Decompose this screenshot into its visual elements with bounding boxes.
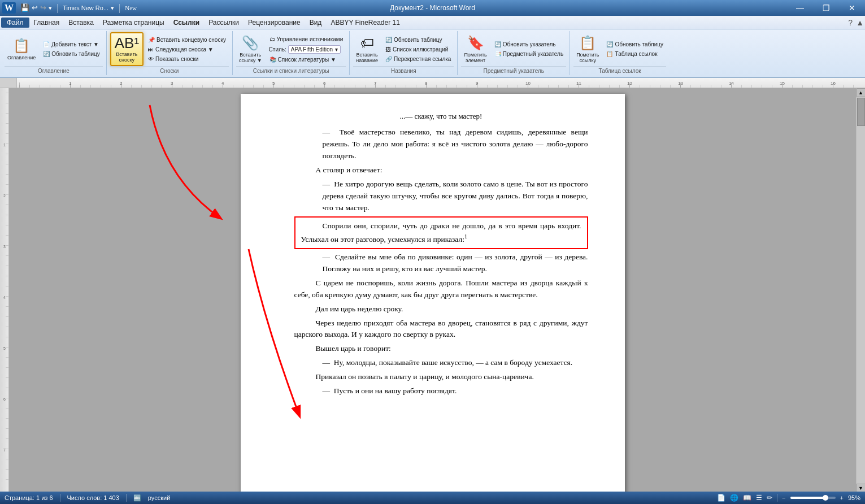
menu-home[interactable]: Главная — [29, 18, 64, 28]
insert-footnote-button[interactable]: AB¹ Вставитьсноску — [110, 32, 144, 66]
svg-text:7: 7 — [3, 448, 6, 452]
svg-text:14: 14 — [729, 81, 734, 86]
svg-text:10: 10 — [525, 81, 531, 86]
update-toa-icon: 🔄 — [606, 41, 613, 47]
menu-view[interactable]: Вид — [305, 18, 327, 28]
bibliography-button[interactable]: 📚 Список литературы ▼ — [267, 55, 346, 64]
cross-reference-icon: 🔗 — [385, 56, 392, 62]
zoom-out-button[interactable]: − — [782, 494, 785, 501]
svg-text:2: 2 — [120, 81, 123, 86]
zoom-slider-thumb[interactable] — [823, 495, 828, 501]
restore-button[interactable]: ❐ — [813, 0, 839, 16]
redo-qa-icon[interactable]: ↪ — [40, 3, 46, 12]
customize-qa-icon[interactable]: ▾ — [49, 5, 52, 12]
view-outline-button[interactable]: ☰ — [756, 494, 762, 502]
update-index-button[interactable]: 🔄 Обновить указатель — [492, 40, 566, 49]
zoom-in-button[interactable]: + — [840, 494, 844, 501]
insert-footnote-label: Вставитьсноску — [116, 51, 137, 63]
view-web-button[interactable]: 🌐 — [730, 494, 738, 502]
update-captions-icon: 🔄 — [385, 37, 392, 43]
menu-layout[interactable]: Разметка страницы — [98, 18, 169, 28]
toa-button[interactable]: 📋 Таблица ссылок — [603, 50, 666, 58]
mark-citation-label: Пометитьссылку — [576, 52, 599, 63]
menu-references[interactable]: Ссылки — [169, 18, 204, 28]
view-read-button[interactable]: 📖 — [743, 494, 751, 502]
svg-text:9: 9 — [476, 81, 479, 86]
menu-review[interactable]: Рецензирование — [244, 18, 305, 28]
new-indicator: New — [125, 5, 137, 11]
ribbon-group-toa-content: 📋 Пометитьссылку 🔄 Обновить таблицу 📋 Та… — [573, 32, 666, 66]
partial-top-text: ...— скажу, что ты мастер! — [294, 111, 588, 122]
manage-sources-button[interactable]: 🗂 Управление источниками — [267, 35, 346, 44]
scroll-up-button[interactable]: ▲ — [857, 88, 866, 97]
undo-qa-icon[interactable]: ↩ — [32, 3, 38, 12]
minimize-button[interactable]: — — [787, 0, 813, 16]
svg-text:7: 7 — [374, 81, 377, 86]
ribbon-minimize-icon[interactable]: ▲ — [856, 18, 864, 27]
mark-citation-icon: 📋 — [579, 35, 596, 51]
status-divider-1 — [60, 494, 60, 502]
svg-text:1: 1 — [3, 143, 6, 147]
insert-caption-icon: 🏷 — [360, 35, 374, 51]
svg-text:5: 5 — [3, 346, 6, 350]
menu-mailings[interactable]: Рассылки — [204, 18, 244, 28]
toc-small-buttons: 📄 Добавить текст ▼ 🔄 Обновить таблицу — [40, 40, 103, 58]
toa-small-buttons: 🔄 Обновить таблицу 📋 Таблица ссылок — [603, 40, 666, 58]
scroll-track[interactable] — [857, 97, 865, 484]
mark-citation-button[interactable]: 📋 Пометитьссылку — [573, 33, 602, 65]
update-toa-label: Обновить таблицу — [615, 41, 663, 47]
spell-check-icon[interactable]: 🔤 — [133, 494, 141, 502]
toc-button[interactable]: 📋 Оглавление — [5, 36, 38, 62]
scroll-thumb[interactable] — [857, 98, 865, 126]
save-qa-icon[interactable]: 💾 — [20, 3, 29, 12]
vertical-scrollbar[interactable]: ▲ ▼ — [856, 88, 865, 493]
update-toc-button[interactable]: 🔄 Обновить таблицу — [40, 50, 103, 58]
menu-file[interactable]: Файл — [1, 18, 29, 28]
close-button[interactable]: ✕ — [839, 0, 865, 16]
update-toa-button[interactable]: 🔄 Обновить таблицу — [603, 40, 666, 49]
dropdown-arrow-font[interactable]: ▾ — [111, 5, 114, 12]
menu-abbyy[interactable]: ABBYY FineReader 11 — [326, 18, 405, 28]
index-label: Предметный указатель — [503, 51, 563, 57]
next-footnote-button[interactable]: ⏭ Следующая сноска ▼ — [145, 45, 229, 54]
update-captions-button[interactable]: 🔄 Обновить таблицу — [382, 36, 454, 44]
insert-endnote-button[interactable]: 📌 Вставить концевую сноску — [145, 36, 229, 44]
insert-caption-button[interactable]: 🏷 Вставитьназвание — [353, 33, 381, 65]
zoom-percent[interactable]: 95% — [848, 494, 860, 501]
toa-icon: 📋 — [606, 51, 613, 57]
index-icon: 📑 — [494, 51, 501, 57]
add-text-button[interactable]: 📄 Добавить текст ▼ — [40, 40, 103, 49]
toc-icon: 📋 — [13, 38, 30, 54]
menu-insert[interactable]: Вставка — [64, 18, 98, 28]
cross-reference-button[interactable]: 🔗 Перекрестная ссылка — [382, 55, 454, 63]
citations-group-label: Ссылки и списки литературы — [236, 66, 346, 74]
page-container[interactable]: ...— скажу, что ты мастер! — Твоё мастер… — [9, 88, 856, 493]
ribbon: 📋 Оглавление 📄 Добавить текст ▼ 🔄 Обнови… — [0, 29, 865, 78]
show-footnotes-button[interactable]: 👁 Показать сноски — [145, 55, 229, 63]
next-footnote-icon: ⏭ — [148, 46, 154, 53]
window-controls: — ❐ ✕ — [787, 0, 865, 16]
ribbon-group-index-content: 🔖 Пометитьэлемент 🔄 Обновить указатель 📑… — [461, 32, 566, 66]
window-title: Документ2 - Microsoft Word — [390, 4, 475, 12]
title-bar: W 💾 ↩ ↪ ▾ | Times New Ro... ▾ | New Доку… — [0, 0, 865, 16]
zoom-slider-track[interactable] — [790, 497, 836, 499]
toa-label: Таблица ссылок — [615, 51, 657, 57]
style-value: APA Fifth Edition — [291, 46, 333, 53]
figures-list-button[interactable]: 🖼 Список иллюстраций — [382, 45, 454, 54]
mark-entry-button[interactable]: 🔖 Пометитьэлемент — [461, 33, 489, 65]
help-icon[interactable]: ? — [848, 18, 853, 27]
title-bar-left: W 💾 ↩ ↪ ▾ | Times New Ro... ▾ | New — [2, 2, 137, 14]
para-dialog-2: — Не хитро дорогую вещь сделать, коли зо… — [294, 179, 588, 214]
style-dropdown[interactable]: APA Fifth Edition ▾ — [288, 45, 341, 54]
help-controls: ? ▲ — [848, 18, 864, 27]
view-draft-button[interactable]: ✏ — [767, 494, 772, 502]
insert-endnote-label: Вставить концевую сноску — [157, 37, 226, 43]
add-text-icon: 📄 — [43, 41, 50, 47]
insert-citation-button[interactable]: 📎 Вставитьссылку ▼ — [236, 33, 265, 65]
index-button[interactable]: 📑 Предметный указатель — [492, 50, 566, 58]
page-indicator: Страница: 1 из 6 — [5, 494, 53, 501]
ribbon-group-captions: 🏷 Вставитьназвание 🔄 Обновить таблицу 🖼 … — [350, 31, 458, 75]
view-normal-button[interactable]: 📄 — [717, 494, 725, 502]
toc-label: Оглавление — [7, 55, 36, 60]
manage-sources-icon: 🗂 — [270, 36, 275, 42]
